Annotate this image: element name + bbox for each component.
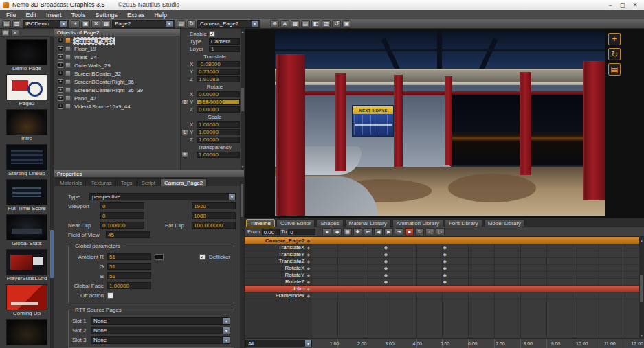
page-thumbnail[interactable]	[6, 249, 47, 275]
track-name[interactable]: RotateY	[245, 272, 312, 279]
toolbar-icon-button[interactable]: ▦	[291, 20, 300, 28]
track-name[interactable]: Intro	[245, 286, 312, 292]
track-lane[interactable]	[312, 292, 639, 299]
timeline-track[interactable]: RotateZ	[245, 279, 639, 286]
properties-tab[interactable]: Tags	[117, 178, 137, 186]
track-name[interactable]: TranslateZ	[245, 258, 312, 265]
off-action-checkbox[interactable]	[107, 292, 113, 299]
time-scale[interactable]: 1.002.003.004.005.006.007.008.009.0010.0…	[312, 339, 644, 348]
timeline-tab[interactable]: Material Library	[345, 219, 391, 227]
ambient-r-field[interactable]: 51	[107, 253, 151, 260]
timeline-transport-button[interactable]: ◁	[425, 228, 434, 235]
timeline-track[interactable]: TranslateZ	[245, 258, 639, 265]
viewport-tool-button[interactable]: ↻	[608, 48, 621, 60]
transform-value-field[interactable]: 0.00000	[197, 106, 240, 113]
timeline-transport-button[interactable]: ▦	[343, 228, 352, 235]
toolbar-icon-button[interactable]: A	[280, 20, 289, 28]
ambient-b-field[interactable]: 51	[107, 272, 151, 279]
transform-value-field[interactable]: -0.08000	[197, 61, 240, 67]
object-tree-item[interactable]: ScreenBCenterRight_36_39	[54, 86, 180, 94]
page-item[interactable]: Intro	[0, 109, 54, 142]
close-button[interactable]: ✕	[629, 1, 641, 10]
tree-expander-icon[interactable]	[58, 95, 63, 101]
timeline-transport-button[interactable]: ⇤	[364, 228, 373, 235]
axis-link-button[interactable]: B	[181, 99, 188, 105]
viewport-tool-button[interactable]: ▤	[608, 63, 621, 76]
object-tree-item[interactable]: ScreenBCenter_32	[54, 69, 180, 78]
to-field[interactable]: 0	[288, 229, 315, 235]
timeline-transport-button[interactable]: ⇥	[395, 228, 403, 235]
object-tree-item[interactable]: Camera_Page2	[54, 36, 180, 45]
toolbar-icon-button[interactable]: ▦	[102, 20, 111, 28]
page-item[interactable]: Starting Lineup	[0, 144, 54, 177]
far-clip-field[interactable]: 100.000000	[192, 222, 236, 229]
toolbar-icon-button[interactable]: ▤	[301, 20, 310, 28]
toolbar-icon-button[interactable]: ▤	[177, 20, 186, 28]
track-name[interactable]: TranslateX	[245, 244, 312, 251]
page-thumbnail[interactable]	[6, 39, 47, 65]
global-fade-field[interactable]: 1.00000	[107, 282, 151, 289]
near-clip-field[interactable]: 0.100000	[100, 222, 144, 229]
3d-viewport[interactable]: NEXT 5 DAYS	[275, 31, 605, 216]
track-name[interactable]: RotateX	[245, 265, 312, 272]
track-name[interactable]: Camera_Page2	[245, 237, 312, 244]
viewport-y-field[interactable]: 0	[100, 212, 144, 219]
page-select[interactable]: Page2	[112, 20, 175, 28]
pages-toolbar-icon-button[interactable]: ✕	[11, 30, 19, 36]
maximize-button[interactable]: ▢	[617, 1, 629, 10]
properties-tab[interactable]: Materials	[56, 178, 86, 186]
transform-value-field[interactable]: 1.91083	[197, 76, 240, 82]
page-item[interactable]: Coming Up	[0, 284, 54, 317]
timeline-transport-button[interactable]: ◀	[374, 228, 383, 235]
from-field[interactable]: 0.00	[262, 229, 280, 235]
transform-value-field[interactable]: 1.00000	[197, 137, 240, 143]
perspective-select[interactable]: perspective	[89, 193, 236, 200]
track-lane[interactable]	[312, 251, 639, 258]
object-tree-item[interactable]: Pano_42	[54, 94, 180, 102]
transform-value-field[interactable]: -14.50000	[197, 99, 240, 105]
page-thumbnail[interactable]	[6, 144, 47, 170]
timeline-tab[interactable]: Curve Editor	[276, 219, 315, 227]
enable-checkbox[interactable]	[209, 31, 215, 37]
tree-expander-icon[interactable]	[58, 38, 63, 43]
properties-tab[interactable]: Texturas	[87, 178, 115, 186]
pages-toolbar-icon-button[interactable]: ▤	[1, 30, 10, 36]
tree-expander-icon[interactable]	[58, 79, 63, 84]
timeline-track[interactable]: TranslateX	[245, 244, 639, 251]
track-lane[interactable]	[312, 279, 639, 286]
timeline-transport-button[interactable]: ■	[405, 228, 414, 235]
transform-value-field[interactable]: Camera	[209, 38, 240, 45]
axis-link-button[interactable]: L	[181, 129, 188, 135]
toolbar-icon-button[interactable]: ✕	[91, 20, 100, 28]
tree-expander-icon[interactable]	[58, 62, 63, 68]
toolbar-icon-button[interactable]: ▥	[12, 20, 21, 28]
viewport-height-field[interactable]: 1080	[192, 212, 236, 219]
properties-tab[interactable]: Camera_Page2	[160, 178, 207, 186]
toolbar-icon-button[interactable]: ▣	[81, 20, 90, 28]
timeline-tab[interactable]: Shapes	[316, 219, 343, 227]
menu-item[interactable]: Help	[150, 10, 173, 19]
ambient-color-swatch[interactable]	[155, 254, 164, 260]
transform-value-field[interactable]: 0.00000	[197, 91, 240, 97]
properties-scrollbar[interactable]	[240, 178, 244, 348]
menu-item[interactable]: Extras	[122, 10, 150, 19]
timeline-tab[interactable]: Model Library	[484, 219, 525, 227]
timeline-transport-button[interactable]: ↻	[415, 228, 424, 235]
object-tree-item[interactable]: Floor_19	[54, 45, 180, 53]
camera-select[interactable]: Camera_Page2	[197, 20, 260, 28]
toolbar-icon-button[interactable]: ▣	[342, 20, 351, 28]
toolbar-icon-button[interactable]: ◧	[311, 20, 320, 28]
track-lane[interactable]	[312, 258, 639, 265]
viewport-width-field[interactable]: 1920	[192, 202, 236, 209]
properties-tab[interactable]: Script	[137, 178, 159, 186]
fov-field[interactable]: 45	[106, 231, 150, 238]
object-tree-item[interactable]: OuterWalls_29	[54, 61, 180, 69]
track-lane[interactable]	[312, 244, 639, 251]
timeline-tab[interactable]: Animation Library	[392, 219, 443, 227]
transform-value-field[interactable]: 1.00000	[197, 152, 240, 158]
viewport-tool-button[interactable]: +	[608, 33, 621, 45]
timeline-track[interactable]: TranslateY	[245, 251, 639, 258]
timeline-track[interactable]: RotateX	[245, 265, 639, 272]
track-name[interactable]: TranslateY	[245, 251, 312, 258]
page-thumbnail[interactable]	[6, 284, 47, 310]
